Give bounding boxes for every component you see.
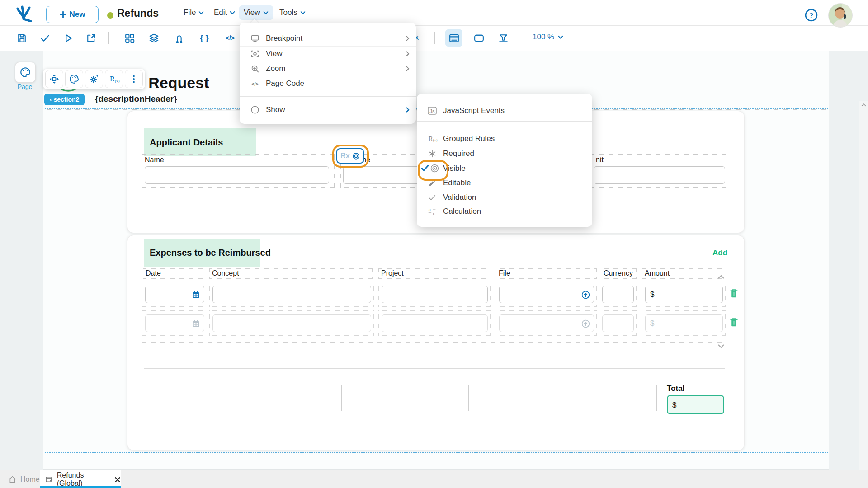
user-avatar[interactable] — [828, 3, 853, 28]
menu-item-show[interactable]: Show — [240, 102, 416, 117]
submenu-item-calculation[interactable]: a x Calculation — [417, 204, 592, 219]
column-header-amount: Amount — [642, 268, 724, 279]
publish-button[interactable] — [85, 32, 97, 44]
amount-cell[interactable]: $ — [642, 310, 726, 336]
svg-text:(x): (x) — [433, 138, 438, 142]
menu-tools[interactable]: Tools — [275, 5, 310, 20]
summary-box[interactable] — [144, 385, 202, 411]
amount-input[interactable]: $ — [645, 314, 723, 332]
summary-box[interactable] — [468, 385, 585, 411]
project-cell[interactable] — [378, 282, 491, 307]
upload-icon[interactable] — [581, 290, 590, 300]
form-view-button[interactable] — [445, 29, 462, 47]
name-field-group[interactable]: Name — [142, 154, 335, 188]
summary-box[interactable] — [213, 385, 330, 411]
currency-cell[interactable] — [599, 282, 637, 307]
submenu-item-label: Editable — [443, 178, 471, 188]
column-header-project: Project — [378, 268, 489, 279]
menu-edit[interactable]: Edit — [209, 5, 240, 20]
calendar-icon[interactable] — [192, 291, 200, 299]
menu-item-zoom[interactable]: Zoom — [240, 61, 416, 76]
preview-button[interactable] — [61, 32, 74, 44]
amount-cell[interactable]: $ — [642, 282, 726, 307]
add-row-link[interactable]: Add — [712, 249, 727, 258]
summary-box[interactable] — [341, 385, 457, 411]
close-tab-icon[interactable] — [114, 476, 121, 483]
submenu-item-javascript-events[interactable]: Js JavaScript Events — [417, 103, 592, 118]
project-input[interactable] — [382, 286, 488, 303]
name-input[interactable] — [145, 166, 329, 184]
settings-element-button[interactable] — [85, 70, 103, 88]
save-icon — [16, 33, 28, 44]
chevron-down-icon[interactable] — [717, 343, 725, 349]
layers-button[interactable] — [147, 32, 160, 44]
chevron-up-icon[interactable] — [717, 274, 725, 280]
concept-cell[interactable] — [209, 282, 374, 307]
menu-view[interactable]: View — [239, 5, 273, 20]
menu-item-page-code[interactable]: </> Page Code — [240, 76, 416, 91]
scroll-up-icon[interactable] — [861, 103, 866, 107]
calendar-icon[interactable] — [192, 319, 200, 328]
concept-input[interactable] — [212, 314, 371, 332]
save-button[interactable] — [15, 32, 28, 44]
menu-file[interactable]: File — [179, 5, 208, 20]
form-tab-icon — [45, 475, 53, 483]
concept-cell[interactable] — [209, 310, 374, 336]
description-header-token[interactable]: {descriptionHeader} — [95, 94, 177, 104]
move-element-button[interactable] — [45, 70, 63, 88]
submenu-item-validation[interactable]: Validation — [417, 190, 592, 205]
page-properties-button[interactable] — [15, 62, 36, 83]
currency-input[interactable] — [602, 286, 634, 303]
upload-icon[interactable] — [581, 319, 590, 328]
project-input[interactable] — [382, 314, 488, 332]
zoom-level-control[interactable]: 100 % — [533, 33, 563, 42]
toolbar-divider — [521, 32, 521, 44]
total-field[interactable]: $ — [667, 395, 724, 414]
date-cell[interactable] — [142, 282, 207, 307]
view-dropdown-menu: Breakpoint View Zoom </> Page Code Show — [240, 23, 416, 124]
amount-input[interactable]: $ — [645, 286, 723, 303]
summary-box[interactable] — [597, 385, 657, 411]
date-input[interactable] — [145, 286, 204, 303]
project-cell[interactable] — [378, 310, 491, 336]
currency-cell[interactable] — [599, 310, 637, 336]
home-tab[interactable]: Home — [8, 470, 40, 488]
menu-item-breakpoint[interactable]: Breakpoint — [240, 31, 416, 46]
date-cell[interactable] — [142, 310, 207, 336]
third-field-input[interactable] — [594, 166, 725, 184]
currency-input[interactable] — [602, 314, 634, 332]
asterisk-icon — [428, 149, 437, 158]
code-button[interactable]: </> — [224, 32, 236, 44]
file-cell[interactable] — [496, 310, 597, 336]
braces-button[interactable]: { } — [198, 32, 211, 44]
menu-item-label: Show — [266, 105, 285, 114]
menu-item-view[interactable]: View — [240, 46, 416, 61]
file-input[interactable] — [499, 286, 594, 303]
vertical-scrollbar[interactable] — [859, 101, 868, 488]
validate-button[interactable] — [38, 32, 51, 44]
file-cell[interactable] — [496, 282, 597, 307]
form-layout-icon — [448, 33, 460, 44]
more-options-button[interactable] — [125, 70, 143, 88]
expenses-card[interactable]: Expenses to be Reimbursed Add Date Conce… — [127, 235, 745, 450]
column-header-date: Date — [143, 268, 203, 279]
third-field-group[interactable]: nit — [591, 154, 727, 188]
new-button[interactable]: New — [46, 6, 99, 23]
rules-element-button[interactable]: R (x) — [105, 70, 123, 88]
section-badge[interactable]: ‹ section2 — [44, 94, 85, 105]
flow-button[interactable] — [173, 32, 185, 44]
filter-view-button[interactable] — [497, 32, 509, 44]
file-input[interactable] — [499, 314, 594, 332]
style-element-button[interactable] — [65, 70, 83, 88]
app-logo[interactable] — [14, 5, 33, 22]
concept-input[interactable] — [212, 286, 371, 303]
delete-row-icon[interactable] — [729, 288, 739, 299]
date-input[interactable] — [145, 314, 204, 332]
help-button[interactable]: ? — [805, 9, 818, 22]
submenu-item-grouped-rules[interactable]: R (x) Grouped Rules — [417, 131, 592, 146]
widgets-button[interactable] — [123, 32, 136, 44]
submenu-item-required[interactable]: Required — [417, 146, 592, 161]
menu-edit-label: Edit — [214, 8, 227, 17]
frame-view-button[interactable] — [472, 32, 485, 44]
delete-row-icon[interactable] — [729, 317, 739, 328]
